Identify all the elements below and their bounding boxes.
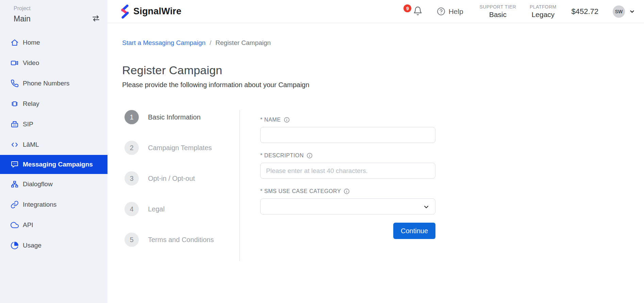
notifications-button[interactable]: 9 (403, 6, 423, 17)
user-menu-chevron-icon[interactable] (629, 9, 635, 15)
sidebar-item-sip[interactable]: SIP (0, 114, 108, 134)
bell-icon (413, 6, 423, 17)
sidebar: Project Main Home Video Phone Numbers Re… (0, 0, 108, 303)
chevron-down-icon (423, 204, 430, 212)
page-title: Register Campaign (122, 64, 644, 77)
step-number: 1 (125, 110, 139, 124)
sidebar-item-video[interactable]: Video (0, 53, 108, 73)
info-icon[interactable] (284, 117, 290, 123)
step-label: Legal (148, 205, 165, 213)
sidebar-item-messaging-campaigns[interactable]: Messaging Campaigns (0, 155, 108, 174)
main-content: Start a Messaging Campaign / Register Ca… (108, 23, 644, 303)
step-label: Terms and Conditions (148, 236, 214, 244)
sidebar-item-usage[interactable]: Usage (0, 235, 108, 256)
brand[interactable]: SignalWire (119, 4, 181, 19)
flow-icon (11, 180, 19, 188)
sidebar-item-relay[interactable]: Relay (0, 94, 108, 114)
link-icon (11, 201, 19, 209)
basic-information-form: * NAME * DESCRIPTION (260, 110, 435, 263)
step-campaign-templates[interactable]: 2 Campaign Templates (125, 141, 240, 155)
sidebar-nav: Home Video Phone Numbers Relay SIP LāML … (0, 32, 108, 256)
topbar: SignalWire 9 (108, 0, 644, 23)
step-opt-in-opt-out[interactable]: 3 Opt-in / Opt-out (125, 171, 240, 186)
platform-block: PLATFORM Legacy (530, 4, 556, 19)
description-label: * DESCRIPTION (260, 153, 435, 159)
platform-value: Legacy (530, 11, 556, 19)
video-icon (11, 59, 19, 67)
breadcrumb-current: Register Campaign (215, 39, 271, 47)
stepper-divider (240, 110, 240, 261)
step-label: Basic Information (148, 113, 201, 121)
support-tier-value: Basic (480, 11, 516, 19)
switch-project-icon[interactable] (92, 15, 100, 23)
topbar-right: 9 Help SU (403, 4, 635, 19)
name-label: * NAME (260, 117, 435, 123)
sip-icon (11, 120, 19, 128)
account-balance: $452.72 (571, 7, 598, 16)
notification-badge: 9 (403, 4, 411, 12)
page-subtitle: Please provide the following information… (122, 81, 644, 89)
help-icon (437, 7, 445, 16)
name-input[interactable] (260, 127, 435, 143)
sidebar-item-api[interactable]: API (0, 215, 108, 235)
breadcrumb: Start a Messaging Campaign / Register Ca… (122, 39, 644, 47)
sms-use-case-category-label: * SMS USE CASE CATEGORY (260, 188, 435, 194)
step-number: 5 (125, 233, 139, 247)
chat-icon (11, 160, 19, 169)
signalwire-logo-icon (119, 4, 130, 19)
wizard: 1 Basic Information 2 Campaign Templates… (122, 110, 644, 263)
support-tier-block: SUPPORT TIER Basic (480, 4, 516, 19)
step-legal[interactable]: 4 Legal (125, 202, 240, 216)
sms-use-case-category-select[interactable] (260, 198, 435, 214)
home-icon (11, 38, 19, 47)
avatar[interactable]: SW (613, 5, 625, 18)
project-switcher: Project Main (0, 0, 108, 23)
step-number: 2 (125, 141, 139, 155)
info-icon[interactable] (307, 153, 313, 159)
help-button[interactable]: Help (437, 7, 463, 16)
step-number: 4 (125, 202, 139, 216)
sidebar-item-home[interactable]: Home (0, 32, 108, 53)
step-terms-and-conditions[interactable]: 5 Terms and Conditions (125, 233, 240, 247)
step-basic-information[interactable]: 1 Basic Information (125, 110, 240, 124)
cloud-icon (11, 221, 19, 229)
project-info: Project Main (14, 5, 31, 23)
step-number: 3 (125, 171, 139, 186)
brand-name: SignalWire (133, 6, 181, 17)
description-input[interactable] (260, 163, 435, 179)
project-name: Main (14, 14, 31, 23)
stepper: 1 Basic Information 2 Campaign Templates… (122, 110, 240, 263)
help-label: Help (448, 7, 463, 16)
breadcrumb-separator: / (210, 39, 211, 47)
sidebar-item-phone-numbers[interactable]: Phone Numbers (0, 73, 108, 94)
sidebar-item-l-ml[interactable]: LāML (0, 134, 108, 155)
support-tier-label: SUPPORT TIER (480, 4, 516, 10)
code-icon (11, 141, 19, 149)
phone-icon (11, 79, 19, 87)
project-label: Project (14, 5, 31, 12)
app-root: Project Main Home Video Phone Numbers Re… (0, 0, 644, 303)
relay-icon (11, 100, 19, 108)
pie-icon (11, 241, 19, 250)
sidebar-item-integrations[interactable]: Integrations (0, 194, 108, 215)
form-actions: Continue (260, 223, 435, 239)
step-label: Campaign Templates (148, 144, 212, 152)
info-icon[interactable] (344, 188, 350, 194)
breadcrumb-link[interactable]: Start a Messaging Campaign (122, 39, 205, 47)
continue-button[interactable]: Continue (393, 223, 435, 239)
step-label: Opt-in / Opt-out (148, 175, 195, 182)
platform-label: PLATFORM (530, 4, 556, 10)
sidebar-item-dialogflow[interactable]: Dialogflow (0, 174, 108, 194)
